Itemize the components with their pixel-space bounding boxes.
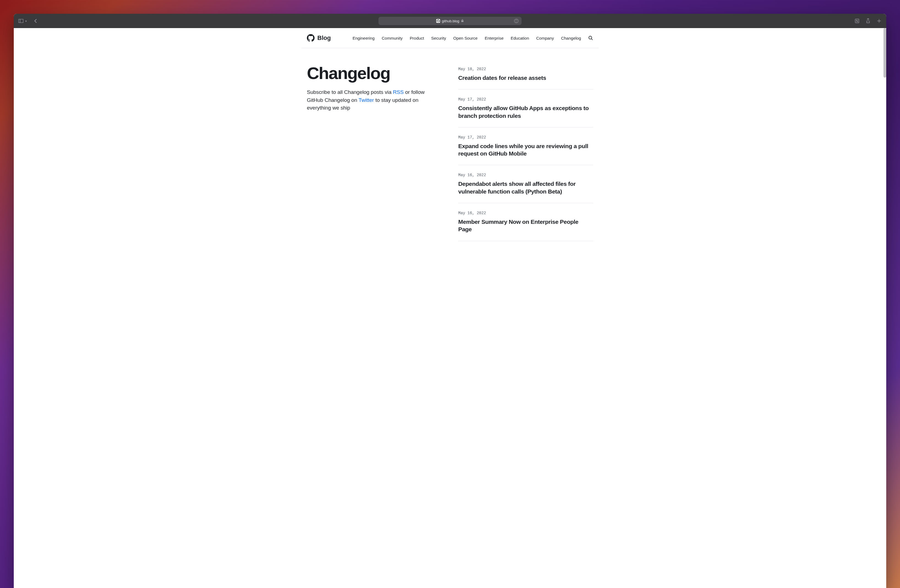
- toolbar-right: [805, 18, 882, 24]
- browser-toolbar: ▾ github.blog •••: [14, 14, 886, 28]
- nav-open-source[interactable]: Open Source: [453, 36, 478, 40]
- nav-changelog[interactable]: Changelog: [561, 36, 581, 40]
- entry-title: Creation dates for release assets: [458, 74, 593, 81]
- chevron-down-icon[interactable]: ▾: [25, 20, 27, 23]
- lock-icon: [461, 19, 464, 23]
- github-logo-icon: [307, 34, 315, 42]
- nav-enterprise[interactable]: Enterprise: [485, 36, 503, 40]
- changelog-entry[interactable]: May 16, 2022 Member Summary Now on Enter…: [458, 211, 593, 241]
- nav-security[interactable]: Security: [431, 36, 446, 40]
- entry-date: May 17, 2022: [458, 97, 593, 102]
- nav-engineering[interactable]: Engineering: [352, 36, 375, 40]
- toolbar-left: ▾: [18, 19, 95, 23]
- search-button[interactable]: [588, 36, 593, 40]
- entry-title: Consistently allow GitHub Apps as except…: [458, 104, 593, 119]
- page-content: Blog Engineering Community Product Secur…: [14, 28, 886, 588]
- site-header: Blog Engineering Community Product Secur…: [301, 28, 599, 48]
- entry-title: Dependabot alerts show all affected file…: [458, 180, 593, 195]
- entry-title: Member Summary Now on Enterprise People …: [458, 218, 593, 233]
- share-button[interactable]: [865, 18, 871, 24]
- entry-title: Expand code lines while you are reviewin…: [458, 142, 593, 157]
- entry-date: May 16, 2022: [458, 211, 593, 215]
- svg-rect-2: [461, 20, 464, 22]
- changelog-entry[interactable]: May 16, 2022 Dependabot alerts show all …: [458, 173, 593, 203]
- content-area: Changelog Subscribe to all Changelog pos…: [301, 48, 599, 260]
- browser-window: ▾ github.blog •••: [14, 14, 886, 588]
- rss-link[interactable]: RSS: [393, 89, 404, 95]
- site-logo[interactable]: Blog: [307, 34, 331, 42]
- site-favicon: [436, 19, 440, 23]
- subtitle-text-1: Subscribe to all Changelog posts via: [307, 89, 393, 95]
- address-bar[interactable]: github.blog •••: [379, 17, 521, 25]
- entry-date: May 17, 2022: [458, 135, 593, 140]
- url-text: github.blog: [442, 19, 459, 23]
- svg-rect-0: [19, 19, 23, 23]
- page-title: Changelog: [307, 65, 436, 82]
- svg-line-7: [591, 39, 593, 40]
- address-content: github.blog: [436, 19, 464, 23]
- nav-company[interactable]: Company: [536, 36, 554, 40]
- scrollbar[interactable]: [883, 28, 886, 78]
- entry-date: May 16, 2022: [458, 173, 593, 177]
- page-subtitle: Subscribe to all Changelog posts via RSS…: [307, 88, 436, 112]
- entry-date: May 18, 2022: [458, 67, 593, 71]
- back-button[interactable]: [34, 19, 37, 23]
- changelog-entry[interactable]: May 17, 2022 Expand code lines while you…: [458, 135, 593, 166]
- changelog-entry[interactable]: May 18, 2022 Creation dates for release …: [458, 67, 593, 90]
- changelog-list: May 18, 2022 Creation dates for release …: [458, 65, 593, 249]
- new-tab-button[interactable]: [876, 18, 882, 24]
- nav-product[interactable]: Product: [410, 36, 424, 40]
- reader-mode-button[interactable]: •••: [514, 19, 519, 23]
- logo-text: Blog: [317, 34, 331, 42]
- changelog-entry[interactable]: May 17, 2022 Consistently allow GitHub A…: [458, 97, 593, 127]
- main-nav: Engineering Community Product Security O…: [352, 36, 593, 40]
- nav-community[interactable]: Community: [382, 36, 403, 40]
- nav-education[interactable]: Education: [511, 36, 529, 40]
- sidebar-toggle-button[interactable]: [18, 19, 24, 23]
- search-icon: [588, 36, 593, 40]
- svg-point-6: [589, 36, 592, 39]
- notion-extension-icon[interactable]: [854, 18, 860, 24]
- twitter-link[interactable]: Twitter: [358, 97, 374, 103]
- left-column: Changelog Subscribe to all Changelog pos…: [307, 65, 442, 249]
